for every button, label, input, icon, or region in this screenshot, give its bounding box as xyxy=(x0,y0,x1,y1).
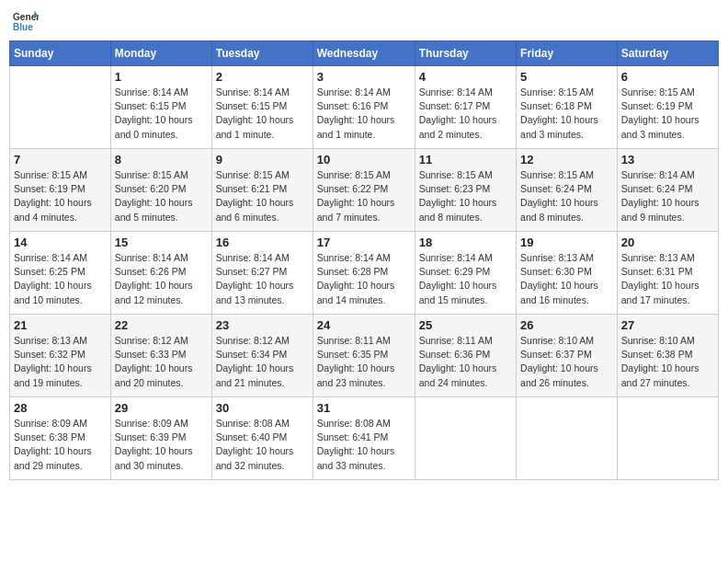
day-info: Sunrise: 8:15 AM Sunset: 6:24 PM Dayligh… xyxy=(520,168,613,224)
day-number: 23 xyxy=(216,318,309,332)
day-info: Sunrise: 8:15 AM Sunset: 6:20 PM Dayligh… xyxy=(115,168,208,224)
day-cell: 24Sunrise: 8:11 AM Sunset: 6:35 PM Dayli… xyxy=(313,315,415,397)
day-cell xyxy=(617,397,718,480)
day-cell: 19Sunrise: 8:13 AM Sunset: 6:30 PM Dayli… xyxy=(517,232,618,315)
week-row-1: 1Sunrise: 8:14 AM Sunset: 6:15 PM Daylig… xyxy=(10,66,719,149)
day-number: 7 xyxy=(14,153,107,167)
day-info: Sunrise: 8:14 AM Sunset: 6:27 PM Dayligh… xyxy=(216,251,309,307)
day-cell: 6Sunrise: 8:15 AM Sunset: 6:19 PM Daylig… xyxy=(617,66,718,149)
day-info: Sunrise: 8:13 AM Sunset: 6:30 PM Dayligh… xyxy=(520,251,613,307)
day-number: 8 xyxy=(115,153,208,167)
day-info: Sunrise: 8:14 AM Sunset: 6:26 PM Dayligh… xyxy=(115,251,208,307)
dow-header-sunday: Sunday xyxy=(10,41,111,66)
day-number: 12 xyxy=(520,153,613,167)
day-number: 17 xyxy=(317,236,411,249)
day-number: 25 xyxy=(419,318,512,332)
calendar-table: SundayMondayTuesdayWednesdayThursdayFrid… xyxy=(9,40,719,480)
week-row-4: 21Sunrise: 8:13 AM Sunset: 6:32 PM Dayli… xyxy=(10,315,719,397)
day-cell: 26Sunrise: 8:10 AM Sunset: 6:37 PM Dayli… xyxy=(517,315,618,397)
dow-header-friday: Friday xyxy=(517,41,618,66)
dow-header-monday: Monday xyxy=(110,41,211,66)
day-info: Sunrise: 8:15 AM Sunset: 6:23 PM Dayligh… xyxy=(419,168,512,224)
day-info: Sunrise: 8:14 AM Sunset: 6:16 PM Dayligh… xyxy=(317,86,411,142)
day-number: 13 xyxy=(621,153,714,167)
day-info: Sunrise: 8:11 AM Sunset: 6:36 PM Dayligh… xyxy=(419,334,512,390)
day-info: Sunrise: 8:15 AM Sunset: 6:22 PM Dayligh… xyxy=(317,168,411,224)
day-number: 3 xyxy=(317,70,411,84)
day-number: 29 xyxy=(115,401,208,415)
day-cell: 4Sunrise: 8:14 AM Sunset: 6:17 PM Daylig… xyxy=(415,66,516,149)
day-cell: 1Sunrise: 8:14 AM Sunset: 6:15 PM Daylig… xyxy=(110,66,211,149)
day-info: Sunrise: 8:12 AM Sunset: 6:33 PM Dayligh… xyxy=(115,334,208,390)
day-number: 18 xyxy=(419,236,512,249)
calendar-body: 1Sunrise: 8:14 AM Sunset: 6:15 PM Daylig… xyxy=(10,66,719,480)
day-cell: 30Sunrise: 8:08 AM Sunset: 6:40 PM Dayli… xyxy=(211,397,313,480)
day-info: Sunrise: 8:09 AM Sunset: 6:38 PM Dayligh… xyxy=(14,417,107,473)
day-cell: 3Sunrise: 8:14 AM Sunset: 6:16 PM Daylig… xyxy=(313,66,415,149)
day-info: Sunrise: 8:14 AM Sunset: 6:25 PM Dayligh… xyxy=(14,251,107,307)
day-info: Sunrise: 8:11 AM Sunset: 6:35 PM Dayligh… xyxy=(317,334,411,390)
day-info: Sunrise: 8:14 AM Sunset: 6:15 PM Dayligh… xyxy=(115,86,208,142)
day-info: Sunrise: 8:08 AM Sunset: 6:41 PM Dayligh… xyxy=(317,417,411,473)
day-info: Sunrise: 8:13 AM Sunset: 6:31 PM Dayligh… xyxy=(621,251,714,307)
day-number: 15 xyxy=(115,236,208,249)
day-cell: 28Sunrise: 8:09 AM Sunset: 6:38 PM Dayli… xyxy=(10,397,111,480)
day-cell: 23Sunrise: 8:12 AM Sunset: 6:34 PM Dayli… xyxy=(211,315,313,397)
day-info: Sunrise: 8:08 AM Sunset: 6:40 PM Dayligh… xyxy=(216,417,309,473)
day-number: 27 xyxy=(621,318,714,332)
day-number: 6 xyxy=(621,70,714,84)
day-info: Sunrise: 8:15 AM Sunset: 6:21 PM Dayligh… xyxy=(216,168,309,224)
day-cell: 11Sunrise: 8:15 AM Sunset: 6:23 PM Dayli… xyxy=(415,149,516,232)
day-number: 24 xyxy=(317,318,411,332)
page-header: General Blue xyxy=(9,9,719,35)
day-number: 2 xyxy=(216,70,309,84)
day-cell: 29Sunrise: 8:09 AM Sunset: 6:39 PM Dayli… xyxy=(110,397,211,480)
day-cell xyxy=(415,397,516,480)
day-cell: 31Sunrise: 8:08 AM Sunset: 6:41 PM Dayli… xyxy=(313,397,415,480)
day-cell: 16Sunrise: 8:14 AM Sunset: 6:27 PM Dayli… xyxy=(211,232,313,315)
day-cell: 15Sunrise: 8:14 AM Sunset: 6:26 PM Dayli… xyxy=(110,232,211,315)
day-number: 14 xyxy=(14,236,107,249)
day-number: 28 xyxy=(14,401,107,415)
day-cell: 2Sunrise: 8:14 AM Sunset: 6:15 PM Daylig… xyxy=(211,66,313,149)
day-number: 10 xyxy=(317,153,411,167)
day-cell: 8Sunrise: 8:15 AM Sunset: 6:20 PM Daylig… xyxy=(110,149,211,232)
day-cell: 7Sunrise: 8:15 AM Sunset: 6:19 PM Daylig… xyxy=(10,149,111,232)
dow-header-thursday: Thursday xyxy=(415,41,516,66)
day-number: 1 xyxy=(115,70,208,84)
svg-text:Blue: Blue xyxy=(13,22,33,32)
day-number: 5 xyxy=(520,70,613,84)
dow-header-tuesday: Tuesday xyxy=(211,41,313,66)
day-info: Sunrise: 8:10 AM Sunset: 6:37 PM Dayligh… xyxy=(520,334,613,390)
day-info: Sunrise: 8:15 AM Sunset: 6:19 PM Dayligh… xyxy=(621,86,714,142)
day-cell: 18Sunrise: 8:14 AM Sunset: 6:29 PM Dayli… xyxy=(415,232,516,315)
week-row-3: 14Sunrise: 8:14 AM Sunset: 6:25 PM Dayli… xyxy=(10,232,719,315)
day-info: Sunrise: 8:14 AM Sunset: 6:29 PM Dayligh… xyxy=(419,251,512,307)
week-row-5: 28Sunrise: 8:09 AM Sunset: 6:38 PM Dayli… xyxy=(10,397,719,480)
day-number: 26 xyxy=(520,318,613,332)
dow-header-saturday: Saturday xyxy=(617,41,718,66)
day-cell: 17Sunrise: 8:14 AM Sunset: 6:28 PM Dayli… xyxy=(313,232,415,315)
day-info: Sunrise: 8:13 AM Sunset: 6:32 PM Dayligh… xyxy=(14,334,107,390)
logo: General Blue xyxy=(13,9,39,35)
day-info: Sunrise: 8:12 AM Sunset: 6:34 PM Dayligh… xyxy=(216,334,309,390)
day-cell: 25Sunrise: 8:11 AM Sunset: 6:36 PM Dayli… xyxy=(415,315,516,397)
week-row-2: 7Sunrise: 8:15 AM Sunset: 6:19 PM Daylig… xyxy=(10,149,719,232)
day-info: Sunrise: 8:15 AM Sunset: 6:19 PM Dayligh… xyxy=(14,168,107,224)
day-info: Sunrise: 8:14 AM Sunset: 6:17 PM Dayligh… xyxy=(419,86,512,142)
day-info: Sunrise: 8:10 AM Sunset: 6:38 PM Dayligh… xyxy=(621,334,714,390)
day-number: 11 xyxy=(419,153,512,167)
day-info: Sunrise: 8:15 AM Sunset: 6:18 PM Dayligh… xyxy=(520,86,613,142)
day-info: Sunrise: 8:14 AM Sunset: 6:15 PM Dayligh… xyxy=(216,86,309,142)
day-cell: 14Sunrise: 8:14 AM Sunset: 6:25 PM Dayli… xyxy=(10,232,111,315)
day-cell: 22Sunrise: 8:12 AM Sunset: 6:33 PM Dayli… xyxy=(110,315,211,397)
day-number: 4 xyxy=(419,70,512,84)
day-info: Sunrise: 8:14 AM Sunset: 6:24 PM Dayligh… xyxy=(621,168,714,224)
logo-icon: General Blue xyxy=(13,9,39,35)
day-cell: 27Sunrise: 8:10 AM Sunset: 6:38 PM Dayli… xyxy=(617,315,718,397)
day-of-week-header-row: SundayMondayTuesdayWednesdayThursdayFrid… xyxy=(10,41,719,66)
day-number: 22 xyxy=(115,318,208,332)
day-info: Sunrise: 8:09 AM Sunset: 6:39 PM Dayligh… xyxy=(115,417,208,473)
day-cell: 9Sunrise: 8:15 AM Sunset: 6:21 PM Daylig… xyxy=(211,149,313,232)
day-cell: 13Sunrise: 8:14 AM Sunset: 6:24 PM Dayli… xyxy=(617,149,718,232)
